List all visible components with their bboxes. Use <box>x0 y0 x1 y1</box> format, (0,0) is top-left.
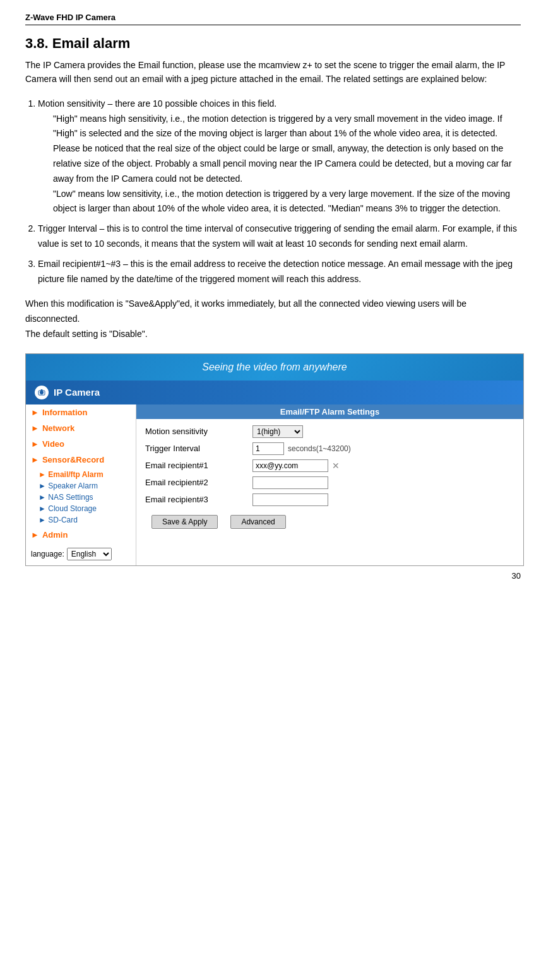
list-item-1-title: Motion sensitivity – there are 10 possib… <box>38 98 276 109</box>
bullet-cloud: ► <box>39 504 48 513</box>
list-item-1: Motion sensitivity – there are 10 possib… <box>38 97 521 216</box>
sidebar-cloud-storage[interactable]: ► Cloud Storage <box>39 503 136 514</box>
brand-bar: IP Camera <box>26 381 523 404</box>
list-item-3-title: Email recipient#1~#3 – this is the email… <box>38 259 513 284</box>
sidebar-email-alarm[interactable]: ► Email/ftp Alarm <box>39 469 136 480</box>
email1-input[interactable] <box>252 459 328 472</box>
header-title: Z-Wave FHD IP Camera <box>25 13 116 22</box>
email1-clear-icon[interactable]: ✕ <box>332 461 340 471</box>
form-row-motion: Motion sensitivity 1(high) 2 3 4 5 6 7 8… <box>145 425 514 438</box>
list-item-2-title: Trigger Interval – this is to control th… <box>38 223 517 249</box>
note-section: When this modification is "Save&Apply"ed… <box>25 297 521 341</box>
page-number: 30 <box>25 566 521 581</box>
bullet-speaker: ► <box>39 481 48 490</box>
trigger-interval-label: Trigger Interval <box>145 444 252 453</box>
email3-label: Email recipient#3 <box>145 495 252 504</box>
bullet-email: ► <box>39 470 48 479</box>
screenshot-container: Seeing the video from anywhere IP Camera… <box>25 353 524 566</box>
bullet-nas: ► <box>39 493 48 502</box>
language-select[interactable]: English Chinese <box>67 548 112 560</box>
section-title: 3.8. Email alarm <box>25 35 521 52</box>
buttons-row: Save & Apply Advanced <box>145 515 514 529</box>
motion-sensitivity-select[interactable]: 1(high) 2 3 4 5 6 7 8 9 10(low) <box>252 425 303 438</box>
camera-icon <box>35 386 49 399</box>
banner: Seeing the video from anywhere <box>26 354 523 381</box>
sidebar: ► Information ► Network ► Video ► Sensor… <box>26 404 136 565</box>
sidebar-information-label: Information <box>42 408 88 417</box>
motion-sensitivity-control: 1(high) 2 3 4 5 6 7 8 9 10(low) <box>252 425 303 438</box>
note1: When this modification is "Save&Apply"ed… <box>25 297 521 327</box>
svg-point-0 <box>40 391 44 394</box>
note2: The default setting is "Disable". <box>25 327 521 342</box>
bullet-icon-sensor: ► <box>31 455 39 464</box>
form-area: Motion sensitivity 1(high) 2 3 4 5 6 7 8… <box>136 419 523 535</box>
list-item-1-detail1: "High" means high sensitivity, i.e., the… <box>53 112 521 217</box>
sidebar-video-label: Video <box>42 439 64 449</box>
banner-text: Seeing the video from anywhere <box>202 362 347 372</box>
email1-label: Email recipient#1 <box>145 461 252 470</box>
email1-control: ✕ <box>252 459 340 472</box>
motion-sensitivity-label: Motion sensitivity <box>145 427 252 436</box>
sidebar-admin-label: Admin <box>42 530 68 540</box>
sidebar-item-network[interactable]: ► Network <box>26 420 136 436</box>
bullet-icon-video: ► <box>31 439 39 449</box>
email3-input[interactable] <box>252 493 328 506</box>
sidebar-sd-card[interactable]: ► SD-Card <box>39 514 136 526</box>
content-title: Email/FTP Alarm Settings <box>280 407 380 416</box>
sidebar-item-video[interactable]: ► Video <box>26 436 136 452</box>
email2-control <box>252 476 328 489</box>
sidebar-nas-settings[interactable]: ► NAS Settings <box>39 492 136 503</box>
content-area: Email/FTP Alarm Settings Motion sensitiv… <box>136 404 523 565</box>
form-row-email2: Email recipient#2 <box>145 476 514 489</box>
language-row: language: English Chinese <box>26 543 136 565</box>
email2-input[interactable] <box>252 476 328 489</box>
form-row-trigger: Trigger Interval seconds(1~43200) <box>145 442 514 455</box>
main-layout: ► Information ► Network ► Video ► Sensor… <box>26 404 523 565</box>
save-apply-button[interactable]: Save & Apply <box>151 515 218 529</box>
content-title-bar: Email/FTP Alarm Settings <box>136 404 523 419</box>
page-header: Z-Wave FHD IP Camera <box>25 13 521 25</box>
sidebar-sensor-label: Sensor&Record <box>42 455 104 464</box>
form-row-email3: Email recipient#3 <box>145 493 514 506</box>
form-row-email1: Email recipient#1 ✕ <box>145 459 514 472</box>
numbered-list: Motion sensitivity – there are 10 possib… <box>38 97 521 287</box>
bullet-icon-admin: ► <box>31 530 39 540</box>
sidebar-item-admin[interactable]: ► Admin <box>26 527 136 543</box>
camera-svg <box>37 388 46 397</box>
page-number-value: 30 <box>512 571 521 581</box>
bullet-icon: ► <box>31 408 39 417</box>
seconds-label: seconds(1~43200) <box>288 444 351 453</box>
sidebar-speaker-alarm[interactable]: ► Speaker Alarm <box>39 480 136 492</box>
sidebar-item-information[interactable]: ► Information <box>26 404 136 420</box>
brand-name: IP Camera <box>54 387 100 398</box>
email3-control <box>252 493 328 506</box>
list-item-3: Email recipient#1~#3 – this is the email… <box>38 257 521 287</box>
email2-label: Email recipient#2 <box>145 478 252 487</box>
advanced-button[interactable]: Advanced <box>230 515 285 529</box>
intro-paragraph: The IP Camera provides the Email functio… <box>25 58 521 86</box>
trigger-interval-input[interactable] <box>252 442 284 455</box>
sidebar-network-label: Network <box>42 423 74 433</box>
sidebar-item-sensor[interactable]: ► Sensor&Record <box>26 452 136 468</box>
sidebar-sub-menu: ► Email/ftp Alarm ► Speaker Alarm ► NAS … <box>26 468 136 527</box>
bullet-sd: ► <box>39 516 48 524</box>
trigger-interval-control: seconds(1~43200) <box>252 442 351 455</box>
language-label: language: <box>31 550 64 558</box>
bullet-icon-network: ► <box>31 423 39 433</box>
list-item-2: Trigger Interval – this is to control th… <box>38 221 521 252</box>
